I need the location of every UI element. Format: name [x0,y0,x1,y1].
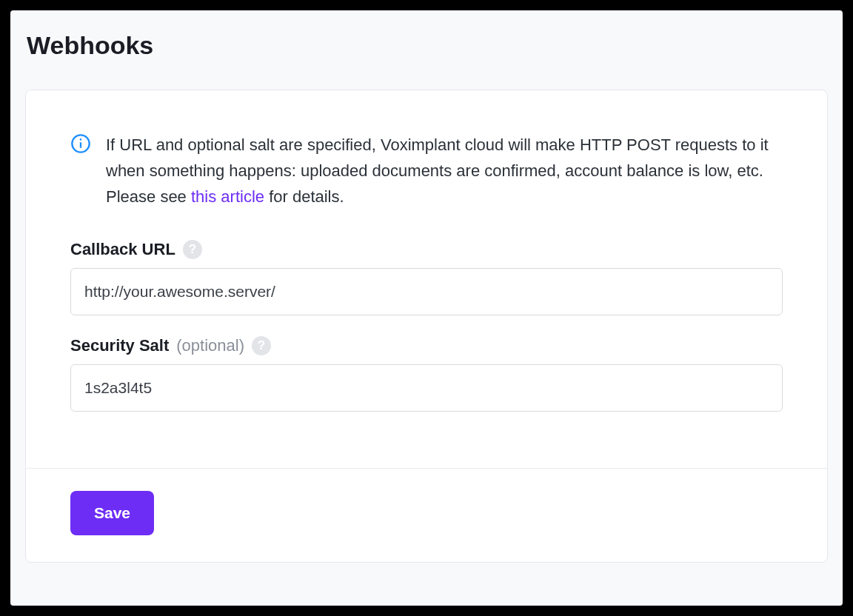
card-footer: Save [26,469,827,562]
security-salt-label-row: Security Salt (optional) ? [70,336,783,355]
callback-url-label-row: Callback URL ? [70,240,783,259]
info-icon [70,133,91,154]
security-salt-input[interactable] [70,364,783,412]
info-row: If URL and optional salt are specified, … [70,132,783,210]
security-salt-field: Security Salt (optional) ? [70,336,783,412]
save-button[interactable]: Save [70,491,154,535]
webhooks-card: If URL and optional salt are specified, … [25,90,828,563]
callback-url-label: Callback URL [70,240,175,259]
security-salt-label: Security Salt [70,336,169,355]
callback-url-field: Callback URL ? [70,240,783,315]
help-icon[interactable]: ? [252,336,271,355]
info-text: If URL and optional salt are specified, … [106,132,783,210]
callback-url-input[interactable] [70,268,783,315]
info-text-after: for details. [264,187,344,206]
help-icon[interactable]: ? [183,240,202,259]
security-salt-optional: (optional) [176,336,244,355]
svg-point-2 [80,138,82,141]
page-title: Webhooks [25,31,828,60]
info-article-link[interactable]: this article [191,187,264,206]
webhooks-page: Webhooks If URL and optional salt are sp… [10,10,843,606]
card-body: If URL and optional salt are specified, … [26,90,827,468]
